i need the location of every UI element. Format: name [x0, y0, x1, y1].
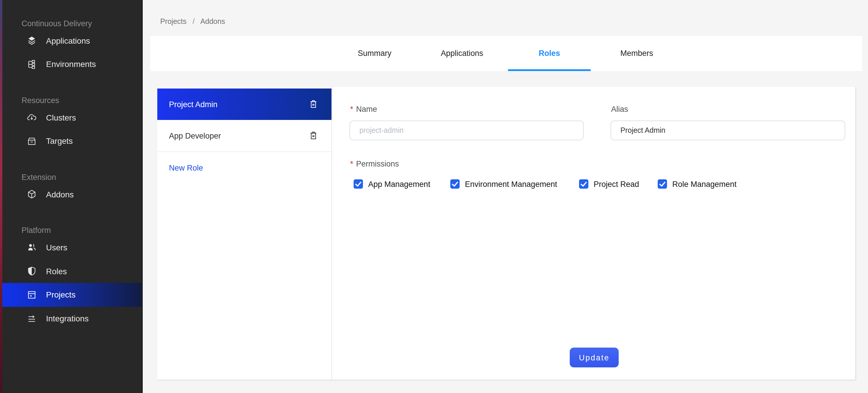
archive-box-icon: [27, 136, 37, 146]
checkbox-label: Project Read: [594, 179, 639, 188]
breadcrumb: Projects / Addons: [160, 18, 225, 26]
sidebar-item-targets[interactable]: Targets: [2, 129, 142, 153]
tab-summary[interactable]: Summary: [331, 36, 418, 71]
role-name: App Developer: [169, 131, 309, 140]
role-row-project-admin[interactable]: Project Admin: [157, 89, 332, 120]
tab-members[interactable]: Members: [593, 36, 680, 71]
sidebar-item-label: Applications: [46, 36, 90, 45]
section-label: Extension: [22, 173, 56, 182]
cube-icon: [27, 189, 37, 199]
project-board-icon: [27, 290, 37, 300]
sidebar-item-projects[interactable]: Projects: [2, 283, 142, 306]
tab-bar: Summary Applications Roles Members: [150, 36, 862, 71]
sidebar-item-label: Projects: [46, 290, 75, 299]
role-name: Project Admin: [169, 100, 309, 108]
checkbox-checked-icon[interactable]: [658, 179, 667, 189]
checkbox-environment-management[interactable]: Environment Management: [450, 179, 557, 189]
cloud-download-icon: [27, 112, 37, 122]
checkbox-project-read[interactable]: Project Read: [579, 179, 639, 189]
sidebar-item-integrations[interactable]: Integrations: [2, 307, 142, 331]
sidebar-item-applications[interactable]: Applications: [2, 29, 142, 53]
main-content: Projects / Addons Summary Applications R…: [143, 0, 868, 393]
permissions-label: *Permissions: [350, 160, 399, 168]
required-marker: *: [350, 105, 353, 113]
checkbox-checked-icon[interactable]: [579, 179, 588, 189]
layers-icon: [27, 35, 37, 45]
shield-icon: [27, 266, 37, 276]
alias-input[interactable]: [611, 121, 845, 140]
new-role-label: New Role: [169, 163, 203, 172]
checkbox-label: Environment Management: [465, 179, 557, 188]
sidebar-item-label: Addons: [46, 190, 74, 199]
sidebar-item-label: Integrations: [46, 314, 89, 323]
sidebar-item-label: Environments: [46, 59, 96, 69]
tabs: Summary Applications Roles Members: [331, 36, 680, 71]
checkbox-label: App Management: [368, 179, 430, 188]
checkbox-app-management[interactable]: App Management: [353, 179, 430, 189]
checkbox-checked-icon[interactable]: [450, 179, 460, 189]
delete-role-icon[interactable]: [309, 99, 318, 109]
roles-card: Project Admin App Developer New Role: [157, 87, 855, 380]
checkbox-role-management[interactable]: Role Management: [658, 179, 737, 189]
sidebar-gradient-strip: [0, 0, 2, 393]
section-label: Resources: [22, 96, 59, 105]
update-button[interactable]: Update: [570, 348, 619, 367]
alias-label: Alias: [611, 105, 628, 113]
breadcrumb-projects[interactable]: Projects: [160, 18, 186, 26]
environments-icon: [27, 59, 37, 69]
breadcrumb-addons: Addons: [200, 18, 225, 26]
section-label: Platform: [22, 226, 51, 235]
new-role-button[interactable]: New Role: [157, 152, 332, 184]
tab-roles[interactable]: Roles: [506, 36, 593, 71]
delete-role-icon[interactable]: [309, 131, 318, 141]
app-window: Continuous Delivery Applications Environ…: [0, 0, 868, 393]
sidebar-item-environments[interactable]: Environments: [2, 52, 142, 76]
checkbox-label: Role Management: [672, 179, 737, 188]
sidebar-item-label: Targets: [46, 136, 73, 146]
sidebar-item-users[interactable]: Users: [2, 235, 142, 259]
breadcrumb-separator: /: [192, 18, 194, 26]
roles-list-pane: Project Admin App Developer New Role: [157, 87, 332, 380]
checkbox-checked-icon[interactable]: [353, 179, 363, 189]
role-form: *Name Alias *Permissions App Management …: [332, 87, 855, 380]
name-label: *Name: [350, 105, 377, 113]
sidebar-item-label: Clusters: [46, 113, 76, 122]
sidebar-item-label: Roles: [46, 266, 67, 276]
integration-lines-icon: [27, 314, 37, 324]
sidebar-item-label: Users: [46, 243, 67, 252]
users-icon: [27, 242, 37, 252]
name-input[interactable]: [349, 121, 584, 140]
sidebar-item-roles[interactable]: Roles: [2, 259, 142, 283]
sidebar-item-clusters[interactable]: Clusters: [2, 105, 142, 129]
sidebar-item-addons[interactable]: Addons: [2, 182, 142, 206]
sidebar: Continuous Delivery Applications Environ…: [0, 0, 143, 393]
role-row-app-developer[interactable]: App Developer: [157, 120, 332, 152]
required-marker: *: [350, 160, 353, 168]
section-label: Continuous Delivery: [22, 19, 92, 28]
tab-applications[interactable]: Applications: [418, 36, 506, 71]
